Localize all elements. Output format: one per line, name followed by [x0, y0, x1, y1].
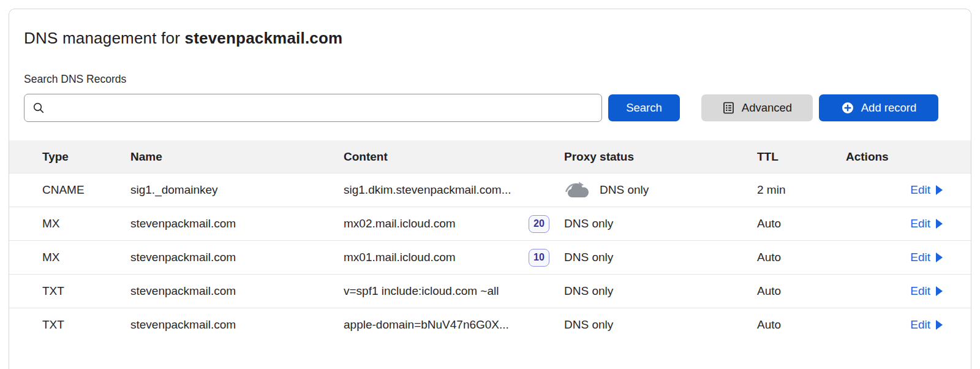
record-ttl: Auto: [757, 251, 846, 264]
record-content: mx01.mail.icloud.com 10: [344, 249, 564, 267]
column-header-name: Name: [130, 150, 344, 164]
edit-chevron-icon: [936, 253, 943, 262]
search-input[interactable]: [50, 94, 594, 121]
column-header-content: Content: [344, 150, 564, 164]
add-record-button[interactable]: Add record: [819, 94, 938, 121]
record-content-text: v=spf1 include:icloud.com ~all: [344, 284, 499, 298]
advanced-list-icon: [722, 101, 735, 115]
column-header-actions: Actions: [846, 150, 943, 164]
record-content: v=spf1 include:icloud.com ~all: [344, 284, 564, 298]
edit-chevron-icon: [936, 320, 943, 330]
table-body: CNAME sig1._domainkey sig1.dkim.stevenpa…: [9, 173, 971, 341]
edit-button-label: Edit: [910, 217, 930, 230]
record-content: apple-domain=bNuV47n6G0X...: [344, 318, 564, 332]
column-header-proxy: Proxy status: [564, 150, 757, 164]
edit-chevron-icon: [936, 286, 943, 296]
record-content-text: sig1.dkim.stevenpackmail.com...: [344, 183, 511, 197]
record-content-text: mx01.mail.icloud.com: [344, 251, 456, 264]
proxy-status-text: DNS only: [564, 284, 613, 298]
edit-button-label: Edit: [910, 251, 930, 264]
proxy-status-text: DNS only: [564, 217, 613, 230]
table-row: MX stevenpackmail.com mx01.mail.icloud.c…: [9, 240, 971, 274]
dns-only-cloud-icon: [564, 181, 591, 199]
column-header-type: Type: [42, 150, 130, 164]
record-type: CNAME: [42, 183, 130, 197]
proxy-status-text: DNS only: [564, 318, 613, 332]
edit-button-label: Edit: [910, 318, 930, 332]
record-type: MX: [42, 251, 130, 264]
page-title: DNS management for stevenpackmail.com: [24, 29, 971, 48]
record-ttl: Auto: [757, 318, 846, 332]
proxy-status-text: DNS only: [564, 251, 613, 264]
edit-button[interactable]: Edit: [910, 318, 943, 332]
record-content-text: mx02.mail.icloud.com: [344, 217, 456, 230]
proxy-status-text: DNS only: [600, 183, 649, 197]
record-type: TXT: [42, 318, 130, 332]
record-proxy-status: DNS only: [564, 181, 757, 199]
edit-button-label: Edit: [910, 183, 930, 197]
record-ttl: 2 min: [757, 183, 846, 197]
edit-chevron-icon: [936, 219, 943, 229]
advanced-button-label: Advanced: [742, 101, 792, 115]
table-row: TXT stevenpackmail.com apple-domain=bNuV…: [9, 308, 971, 341]
search-button[interactable]: Search: [608, 94, 680, 121]
record-type: MX: [42, 217, 130, 230]
record-proxy-status: DNS only: [564, 318, 757, 332]
record-name: stevenpackmail.com: [130, 318, 344, 332]
edit-button[interactable]: Edit: [910, 217, 943, 230]
priority-badge: 10: [529, 249, 549, 267]
dns-records-table: Type Name Content Proxy status TTL Actio…: [9, 140, 971, 341]
controls-row: Search Advanced Add record: [24, 94, 956, 122]
table-row: CNAME sig1._domainkey sig1.dkim.stevenpa…: [9, 173, 971, 207]
record-name: stevenpackmail.com: [130, 284, 344, 298]
record-name: stevenpackmail.com: [130, 251, 344, 264]
table-row: MX stevenpackmail.com mx02.mail.icloud.c…: [9, 207, 971, 240]
search-icon: [32, 101, 45, 115]
edit-button[interactable]: Edit: [910, 284, 943, 298]
record-proxy-status: DNS only: [564, 284, 757, 298]
record-type: TXT: [42, 284, 130, 298]
plus-circle-icon: [841, 101, 854, 115]
table-row: TXT stevenpackmail.com v=spf1 include:ic…: [9, 274, 971, 308]
add-record-button-label: Add record: [861, 101, 917, 115]
record-proxy-status: DNS only: [564, 251, 757, 264]
priority-badge: 20: [529, 215, 549, 233]
advanced-button[interactable]: Advanced: [701, 94, 813, 121]
page-title-domain: stevenpackmail.com: [184, 29, 342, 47]
edit-button[interactable]: Edit: [910, 251, 943, 264]
search-box[interactable]: [24, 94, 602, 122]
edit-button-label: Edit: [910, 284, 930, 298]
record-ttl: Auto: [757, 284, 846, 298]
edit-chevron-icon: [936, 185, 943, 195]
column-header-ttl: TTL: [757, 150, 846, 164]
record-content: sig1.dkim.stevenpackmail.com...: [344, 183, 564, 197]
table-header-row: Type Name Content Proxy status TTL Actio…: [9, 140, 971, 173]
record-name: sig1._domainkey: [130, 183, 344, 197]
page-title-prefix: DNS management for: [24, 29, 184, 47]
edit-button[interactable]: Edit: [910, 183, 943, 197]
dns-management-card: DNS management for stevenpackmail.com Se…: [9, 9, 971, 369]
record-ttl: Auto: [757, 217, 846, 230]
record-proxy-status: DNS only: [564, 217, 757, 230]
record-name: stevenpackmail.com: [130, 217, 344, 230]
record-content: mx02.mail.icloud.com 20: [344, 215, 564, 233]
search-label: Search DNS Records: [24, 73, 971, 86]
record-content-text: apple-domain=bNuV47n6G0X...: [344, 318, 509, 332]
